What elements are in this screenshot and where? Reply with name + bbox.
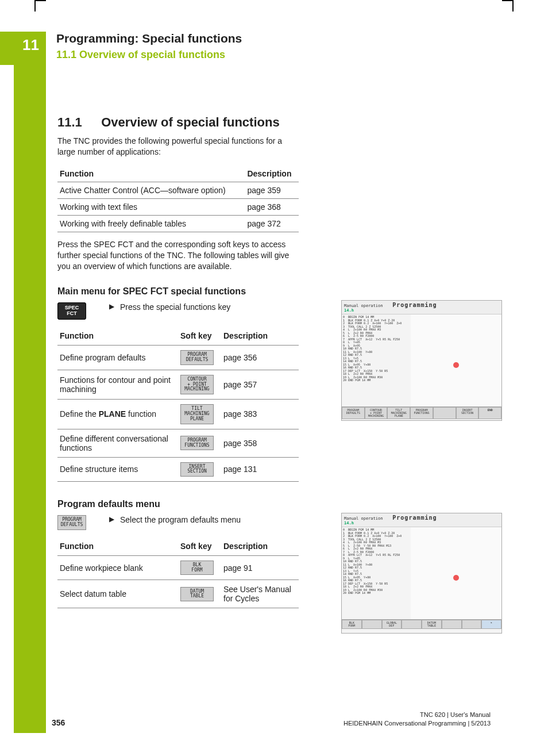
ov-th-description: Description <box>245 166 299 182</box>
table-row: Select datum table DATUM TABLE See User'… <box>57 580 299 608</box>
table-row: Define structure items INSERT SECTION pa… <box>57 457 299 482</box>
pd-th-description: Description <box>221 537 299 556</box>
sk-blank <box>402 620 422 629</box>
plot-marker-icon <box>453 575 459 581</box>
program-defaults-key: PROGRAM DEFAULTS <box>57 515 86 530</box>
prog-defaults-table: Function Soft key Description Define wor… <box>57 537 299 609</box>
softkey-tilt-plane: TILT MACHINING PLANE <box>180 404 214 424</box>
screenshot-code: 0 BEGIN PGM 14 MM 1 BLK FORM 0.1 Z X+0 Y… <box>342 527 411 619</box>
crop-mark-tl <box>34 0 46 11</box>
prog-defaults-heading: Program defaults menu <box>57 499 491 509</box>
softkey-contour-point: CONTOUR + POINT MACHINING <box>180 375 214 394</box>
plot-area <box>411 314 501 406</box>
footer-line1: TNC 620 | User's Manual <box>344 711 491 719</box>
plot-area <box>411 527 501 619</box>
chapter-strip <box>14 32 46 733</box>
spec-fct-key: SPEC FCT <box>57 302 86 320</box>
intro-text: The TNC provides the following powerful … <box>57 136 299 158</box>
sk-blank <box>362 620 382 629</box>
prog-defaults-instruction: Select the program defaults menu <box>120 515 241 524</box>
sk-blank <box>433 407 456 419</box>
sk-program-defaults: PROGRAM DEFAULTS <box>342 407 365 419</box>
spec-fct-instruction: Press the special functions key <box>120 302 230 312</box>
crop-mark-tr <box>502 0 514 11</box>
sk-contour-point: CONTOUR + POINT MACHINING <box>365 407 388 419</box>
sk-datum-table: DATUM TABLE <box>422 620 442 629</box>
arrow-icon: ▶ <box>109 515 114 523</box>
footer-line2: HEIDENHAIN Conversational Programming | … <box>344 719 491 727</box>
pd-th-function: Function <box>57 537 178 556</box>
page-number: 356 <box>52 718 65 727</box>
screenshot-softkey-bar: PROGRAM DEFAULTS CONTOUR + POINT MACHINI… <box>342 406 501 419</box>
screenshot-file: 14.h <box>344 521 354 525</box>
ov-th-function: Function <box>57 166 245 182</box>
table-row: Working with freely definable tablespage… <box>57 215 299 232</box>
spec-fct-heading: Main menu for SPEC FCT special functions <box>57 286 491 297</box>
note-text: Press the SPEC FCT and the corresponding… <box>57 239 299 272</box>
screenshot-file: 14.h <box>344 308 354 313</box>
plot-marker-icon <box>453 362 459 368</box>
fn-th-softkey: Soft key <box>178 327 221 346</box>
sk-arrow: ➤ <box>481 620 501 629</box>
softkey-datum-table: DATUM TABLE <box>180 587 214 602</box>
table-row: Working with text filespage 368 <box>57 198 299 215</box>
section-heading: 11.1 Overview of special functions <box>57 115 491 130</box>
page-footer: 356 TNC 620 | User's Manual HEIDENHAIN C… <box>52 711 491 727</box>
table-row: Define different conversational function… <box>57 429 299 457</box>
fn-th-description: Description <box>221 327 299 346</box>
fn-th-function: Function <box>57 327 178 346</box>
screenshot-softkey-bar: BLK FORM GLOBAL DEF DATUM TABLE ➤ <box>342 619 501 629</box>
screenshot-code: 0 BEGIN PGM 14 MM 1 BLK FORM 0.1 Z X+0 Y… <box>342 314 411 406</box>
chapter-title: Programming: Special functions <box>56 32 242 45</box>
sk-insert-section: INSERT SECTION <box>456 407 479 419</box>
table-row: Define workpiece blank BLK FORM page 91 <box>57 555 299 580</box>
page-header: 11 Programming: Special functions 11.1 O… <box>0 32 514 65</box>
screenshot-title: Programming <box>392 302 437 308</box>
softkey-program-functions: PROGRAM FUNCTIONS <box>180 436 214 451</box>
sk-program-functions: PROGRAM FUNCTIONS <box>410 407 433 419</box>
chapter-tab: 11 <box>0 32 46 65</box>
section-title-header: 11.1 Overview of special functions <box>56 49 242 61</box>
sk-blank <box>442 620 462 629</box>
overview-table: Function Description Active Chatter Cont… <box>57 166 299 232</box>
sk-end: END <box>478 407 501 419</box>
screenshot-prog-defaults: Manual operation Programming 14.h 0 BEGI… <box>341 513 502 634</box>
screenshot-mode: Manual operation <box>344 516 383 521</box>
pd-th-softkey: Soft key <box>178 537 221 556</box>
section-number: 11.1 <box>57 115 98 130</box>
section-title: Overview of special functions <box>101 115 280 129</box>
table-row: Define the PLANE function TILT MACHINING… <box>57 400 299 429</box>
softkey-blk-form: BLK FORM <box>180 561 214 575</box>
table-row: Functions for contour and point machinin… <box>57 370 299 399</box>
sk-global-def: GLOBAL DEF <box>382 620 402 629</box>
arrow-icon: ▶ <box>109 302 114 310</box>
softkey-insert-section: INSERT SECTION <box>180 462 214 477</box>
softkey-program-defaults: PROGRAM DEFAULTS <box>180 350 214 365</box>
chapter-number: 11 <box>22 36 39 54</box>
screenshot-spec-fct: Manual operation Programming 14.h 0 BEGI… <box>341 300 502 421</box>
spec-fct-table: Function Soft key Description Define pro… <box>57 327 299 482</box>
screenshot-mode: Manual operation <box>344 304 383 308</box>
screenshot-title: Programming <box>392 515 437 521</box>
sk-tilt-plane: TILT MACHINING PLANE <box>387 407 410 419</box>
table-row: Define program defaults PROGRAM DEFAULTS… <box>57 346 299 370</box>
sk-blank <box>462 620 482 629</box>
table-row: Active Chatter Control (ACC—software opt… <box>57 182 299 198</box>
sk-blk-form: BLK FORM <box>342 620 362 629</box>
